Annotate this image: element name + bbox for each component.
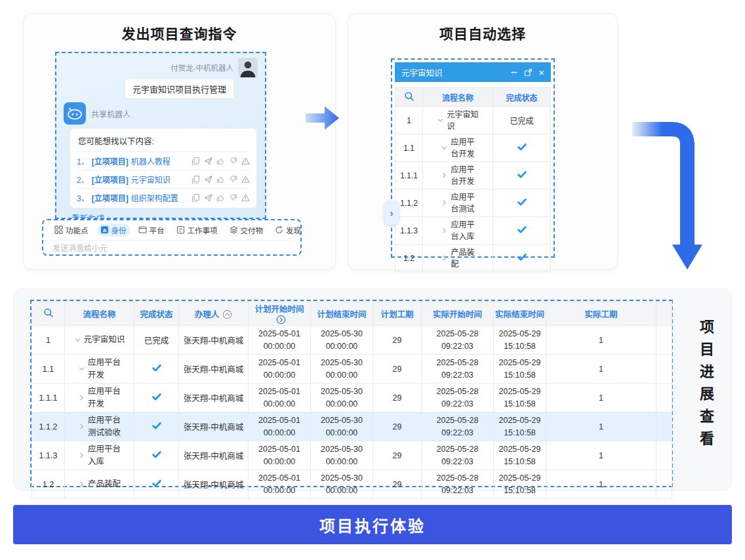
user-avatar	[238, 58, 258, 77]
search-icon[interactable]	[404, 94, 414, 104]
platform-icon	[138, 226, 147, 235]
user-message-row: 元宇宙知识项目执行管理	[64, 79, 258, 98]
table-row[interactable]: 1.2产品装 配	[395, 245, 551, 272]
column-header: 实际工期	[546, 302, 656, 326]
process-name: 应用平台 测试验收	[88, 414, 121, 439]
table-row[interactable]: 1.1.3应用平 台入库	[395, 217, 551, 245]
check-icon	[517, 200, 527, 209]
regenerate-link[interactable]: 重新生成	[71, 212, 258, 219]
plan-duration-cell: 29	[373, 355, 422, 384]
status-cell	[134, 412, 179, 441]
thumbs-up-icon[interactable]	[216, 175, 225, 184]
empty-cell	[656, 441, 672, 470]
table-row[interactable]: 1.1.2应用平 台测试	[395, 190, 551, 217]
send-icon[interactable]	[204, 193, 212, 202]
plan-duration-cell: 29	[373, 412, 422, 441]
table-row[interactable]: 1.1应用平台 开发张天翔-中机商城2025-05-01 00:00:00202…	[32, 355, 672, 384]
send-icon[interactable]	[204, 175, 212, 184]
thumbs-down-icon[interactable]	[229, 157, 237, 165]
chevron-right-icon[interactable]	[78, 481, 85, 488]
project-window: 元宇宙知识 × 流程名称完成状态 1元宇宙知 识已完成1.1应用平 台开发1.1…	[395, 62, 551, 272]
table-row[interactable]: 1.1应用平 台开发	[395, 134, 551, 162]
toolbar-item-grid[interactable]: 功能点	[51, 224, 92, 237]
suggestion-tag[interactable]: [立项项目]	[92, 192, 129, 203]
suggestion-tag[interactable]: [立项项目]	[92, 155, 129, 167]
identity-icon: A	[100, 226, 109, 235]
toolbar-item-tasks[interactable]: 工作事项	[173, 224, 221, 237]
actual-start-cell: 2025-05-28 09:22:03	[422, 412, 494, 441]
search-header-cell[interactable]	[32, 302, 65, 326]
minimize-button[interactable]	[510, 68, 518, 76]
table-row[interactable]: 1.1.1应用平台 开发张天翔-中机商城2025-05-01 00:00:002…	[32, 384, 672, 412]
suggestion-link[interactable]: 元宇宙知识	[131, 174, 171, 185]
chevron-down-icon[interactable]	[437, 117, 444, 124]
drawer-handle[interactable]: ›	[384, 201, 399, 225]
chevron-right-icon[interactable]	[78, 423, 85, 430]
process-name: 产品装 配	[451, 247, 474, 270]
chevron-up-circle-icon[interactable]	[222, 310, 232, 319]
warning-icon[interactable]	[241, 157, 250, 165]
copy-icon[interactable]	[191, 157, 200, 165]
chat-user-row: 付贺龙-中机机器人	[64, 58, 258, 77]
process-name: 产品装配	[88, 478, 121, 490]
table-row[interactable]: 1.1.2应用平台 测试验收张天翔-中机商城2025-05-01 00:00:0…	[32, 412, 672, 441]
chevron-down-icon[interactable]	[74, 336, 81, 344]
banner-label: 项目执行体验	[319, 513, 426, 536]
chevron-down-icon[interactable]	[441, 144, 448, 151]
chevron-right-icon[interactable]	[441, 254, 448, 262]
warning-icon[interactable]	[241, 175, 250, 184]
process-name: 应用平 台开发	[451, 164, 474, 188]
process-name: 应用平 台入库	[451, 219, 474, 243]
thumbs-up-icon[interactable]	[216, 157, 225, 165]
table-row[interactable]: 1.2产品装配张天翔-中机商城2025-05-01 00:00:002025-0…	[32, 470, 672, 499]
warning-icon[interactable]	[241, 193, 250, 202]
suggestion-tag[interactable]: [立项项目]	[92, 174, 129, 185]
process-name-cell: 产品装配	[65, 470, 134, 499]
process-name-cell: 应用平台 入库	[65, 441, 134, 470]
plan-duration-cell: 29	[373, 326, 422, 355]
table-row[interactable]: 1元宇宙知 识已完成	[395, 107, 551, 134]
chevron-right-icon[interactable]	[78, 394, 85, 401]
chevron-right-icon[interactable]	[441, 199, 448, 207]
close-button[interactable]: ×	[538, 68, 544, 77]
column-header: 计划开始时间	[249, 302, 311, 326]
toolbar-item-platform[interactable]: 平台	[135, 224, 168, 237]
actual-duration-cell: 1	[546, 326, 656, 355]
copy-icon[interactable]	[191, 175, 200, 184]
chevron-right-circle-icon[interactable]	[276, 315, 286, 325]
row-number-cell: 1	[395, 107, 423, 134]
table-row[interactable]: 1.1.1应用平 台开发	[395, 162, 551, 190]
process-name-cell: 应用平 台测试	[423, 190, 493, 217]
toolbar-item-deliverable[interactable]: 交付物	[226, 224, 267, 237]
send-icon[interactable]	[204, 157, 212, 165]
table-row[interactable]: 1元宇宙知识已完成张天翔-中机商城2025-05-01 00:00:002025…	[32, 326, 672, 355]
search-icon[interactable]	[43, 311, 54, 320]
row-number-cell: 1.1.3	[395, 217, 423, 245]
user-message-bubble: 元宇宙知识项目执行管理	[125, 79, 233, 98]
status-cell	[134, 384, 179, 412]
thumbs-down-icon[interactable]	[229, 193, 237, 202]
actual-end-cell: 2025-05-29 15:10:58	[494, 384, 546, 412]
chevron-right-icon[interactable]	[78, 452, 85, 459]
maximize-button[interactable]	[524, 68, 533, 77]
process-name-cell: 应用平台 开发	[65, 384, 134, 412]
chat-input[interactable]	[51, 241, 295, 253]
actual-end-cell: 2025-05-29 15:10:58	[494, 441, 546, 470]
toolbar-item-discover[interactable]: 发现	[272, 224, 304, 237]
plan-end-cell: 2025-05-30 00:00:00	[311, 412, 373, 441]
column-header: 实际结束时间	[494, 302, 546, 326]
chevron-right-icon[interactable]	[441, 227, 448, 234]
table-row[interactable]: 1.1.3应用平台 入库张天翔-中机商城2025-05-01 00:00:002…	[32, 441, 672, 470]
chevron-down-icon[interactable]	[78, 365, 85, 372]
chevron-right-icon[interactable]	[441, 172, 448, 179]
actual-end-cell: 2025-05-29 15:10:58	[494, 326, 546, 355]
process-name: 应用平 台开发	[451, 136, 474, 160]
search-header-cell[interactable]	[395, 88, 423, 107]
check-icon	[517, 172, 527, 182]
suggestion-link[interactable]: 组织架构配置	[131, 192, 178, 203]
thumbs-up-icon[interactable]	[216, 193, 225, 202]
toolbar-item-identity[interactable]: A身份	[97, 224, 130, 237]
suggestion-link[interactable]: 机器人教程	[131, 155, 171, 167]
thumbs-down-icon[interactable]	[229, 175, 237, 184]
copy-icon[interactable]	[191, 193, 200, 202]
